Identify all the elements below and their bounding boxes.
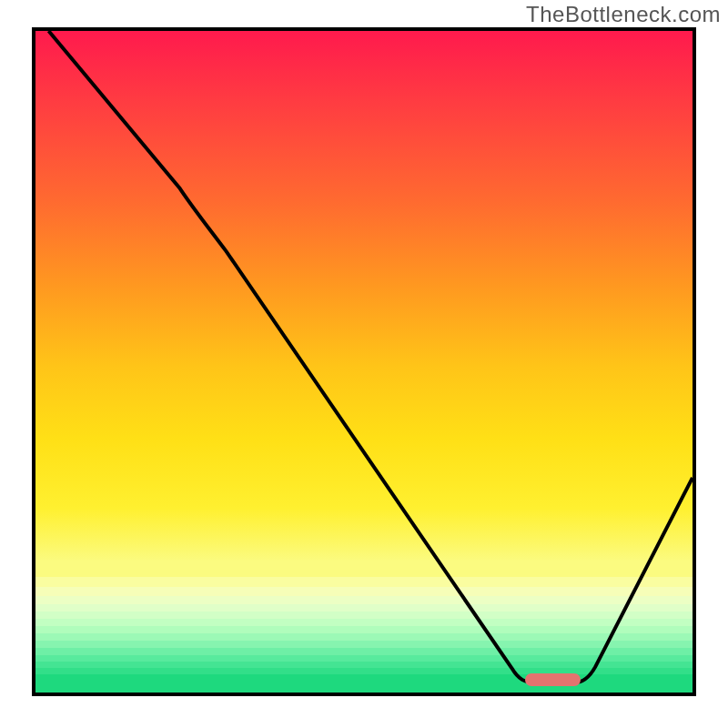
plot-area <box>32 27 696 696</box>
optimal-point-marker <box>525 673 581 686</box>
watermark-text: TheBottleneck.com <box>526 2 721 27</box>
chart-frame: TheBottleneck.com <box>0 0 728 728</box>
gradient-band <box>35 674 693 693</box>
gradient-band <box>35 561 693 578</box>
gradient-background <box>35 31 693 693</box>
gradient-band <box>35 31 693 561</box>
